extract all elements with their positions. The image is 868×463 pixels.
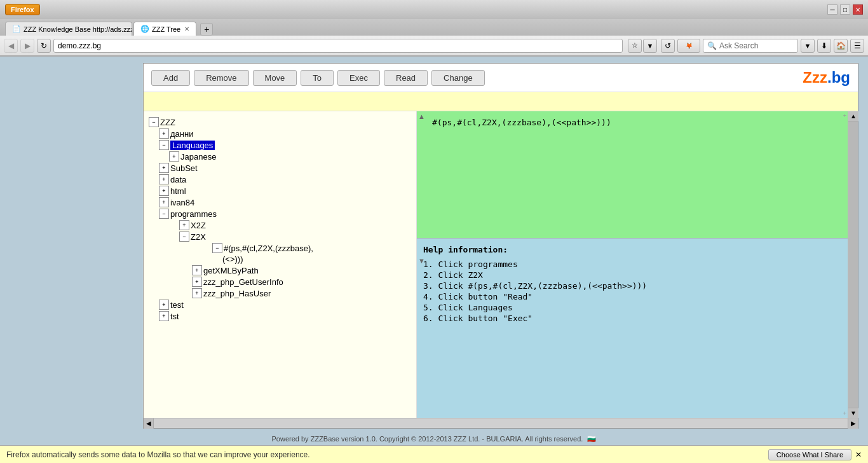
scroll-left-button[interactable]: ◀ — [144, 418, 154, 429]
brand-logo: Zzz.bg — [803, 69, 850, 86]
refresh-button[interactable]: ↻ — [37, 39, 51, 53]
tree-toggle-html[interactable]: + — [159, 186, 169, 196]
main-container: Add Remove Move To Exec Read Change Zzz.… — [143, 63, 858, 429]
tree-toggle-dannie[interactable]: + — [159, 128, 169, 139]
tree-item-ps-func2[interactable]: (<>))) — [149, 254, 411, 265]
tree-item-tst[interactable]: + tst — [149, 310, 411, 322]
tree-label-tst: tst — [170, 312, 179, 321]
tree-toggle-japanese[interactable]: + — [169, 151, 179, 162]
tree-label-html: html — [170, 186, 186, 196]
tab-zzz-knowledge-base[interactable]: 📄 ZZZ Knowledge Base http://ads.zzz.b...… — [5, 22, 132, 36]
tree-item-html[interactable]: + html — [149, 185, 411, 197]
tree-toggle-data[interactable]: + — [159, 174, 169, 184]
tree-item-languages[interactable]: − Languages — [149, 139, 411, 151]
maximize-button[interactable]: □ — [840, 4, 850, 15]
info-bar — [144, 92, 858, 111]
tree-toggle-x2z[interactable]: + — [179, 220, 189, 230]
scroll-up-button[interactable]: ▲ — [848, 111, 858, 121]
footer-text: Powered by ZZZBase version 1.0. Copyrigh… — [272, 435, 583, 443]
help-item-5: 5. Click Languages — [423, 303, 841, 312]
tree-item-x2z[interactable]: + X2Z — [149, 219, 411, 231]
tree-toggle-hasuser[interactable]: + — [192, 288, 202, 298]
download-button[interactable]: ⬇ — [817, 39, 831, 53]
to-button[interactable]: To — [301, 70, 334, 86]
tree-item-zzz[interactable]: − ZZZ — [149, 116, 411, 128]
corner-indicator-top: + — [843, 113, 846, 119]
tree-item-japanese[interactable]: + Japanese — [149, 151, 411, 162]
horizontal-scrollbar[interactable]: ◀ ▶ — [144, 418, 858, 428]
tree-item-data[interactable]: + data — [149, 174, 411, 185]
read-button[interactable]: Read — [384, 70, 428, 86]
tree-item-ps-func[interactable]: − #(ps,#(cl,Z2X,(zzzbase), — [149, 242, 411, 254]
nav-bar: ◀ ▶ ↻ ☆ ▼ ↺ 🦊 🔍 Ask Search ▼ ⬇ 🏠 ☰ — [0, 36, 868, 56]
home-button[interactable]: 🏠 — [834, 39, 848, 53]
remove-button[interactable]: Remove — [194, 70, 248, 86]
vertical-scrollbar[interactable]: ▲ ▼ — [848, 111, 858, 418]
tree-item-programmes[interactable]: − programmes — [149, 208, 411, 219]
scroll-right-button[interactable]: ▶ — [848, 418, 858, 429]
tree-toggle-test[interactable]: + — [159, 300, 169, 310]
help-item-6: 6. Click button "Exec" — [423, 314, 841, 323]
tab-zzz-tree[interactable]: 🌐 ZZZ Tree ✕ — [133, 22, 196, 36]
tree-label-subset: SubSet — [170, 163, 198, 173]
tab-icon-2: 🌐 — [140, 25, 149, 34]
tree-item-getuserinfo[interactable]: + zzz_php_GetUserInfo — [149, 276, 411, 287]
tree-toggle-zzz[interactable]: − — [149, 117, 159, 127]
exec-button[interactable]: Exec — [337, 70, 380, 86]
tree-toggle-ivan84[interactable]: + — [159, 197, 169, 207]
tree-toggle-tst[interactable]: + — [159, 311, 169, 321]
choose-share-button[interactable]: Choose What I Share — [768, 449, 851, 460]
scroll-down-button[interactable]: ▼ — [848, 408, 858, 418]
tree-item-ivan84[interactable]: + ivan84 — [149, 197, 411, 208]
move-button[interactable]: Move — [253, 70, 297, 86]
content-area: − ZZZ + данни − Languages + Japanese — [144, 111, 858, 418]
menu-button[interactable]: ☰ — [850, 39, 864, 53]
search-input-bar[interactable]: 🔍 Ask Search — [703, 39, 798, 53]
help-item-1: 1. Click programmes — [423, 259, 841, 269]
title-bar: Firefox ─ □ ✕ — [0, 0, 868, 19]
tree-item-test[interactable]: + test — [149, 299, 411, 310]
tree-toggle-ps-func[interactable]: − — [212, 243, 222, 253]
bookmark-star-button[interactable]: ☆ — [628, 39, 642, 53]
notification-close-button[interactable]: ✕ — [855, 450, 862, 459]
help-item-3: 3. Click #(ps,#(cl,Z2X,(zzzbase),(<<path… — [423, 281, 841, 291]
tree-label-z2x: Z2X — [191, 232, 206, 242]
tree-item-dannie[interactable]: + данни — [149, 128, 411, 139]
help-item-2: 2. Click Z2X — [423, 270, 841, 280]
tree-item-hasuser[interactable]: + zzz_php_HasUser — [149, 287, 411, 299]
new-tab-button[interactable]: + — [200, 23, 213, 36]
tree-toggle-z2x[interactable]: − — [179, 232, 189, 242]
firefox-menu-button[interactable]: Firefox — [5, 4, 40, 15]
tree-toggle-getxmlbypath[interactable]: + — [192, 265, 202, 275]
notification-bar: Firefox automatically sends some data to… — [0, 445, 868, 463]
forward-button[interactable]: ▶ — [20, 39, 34, 53]
bookmark-arrow-button[interactable]: ▼ — [643, 39, 657, 53]
tree-item-getxmlbypath[interactable]: + getXMLByPath — [149, 265, 411, 276]
tree-label-test: test — [170, 300, 184, 310]
notification-text: Firefox automatically sends some data to… — [6, 450, 310, 459]
tree-toggle-subset[interactable]: + — [159, 163, 169, 173]
help-item-4: 4. Click button "Read" — [423, 292, 841, 301]
tree-label-japanese: Japanese — [180, 152, 216, 162]
close-button[interactable]: ✕ — [853, 4, 863, 15]
persona-button[interactable]: 🦊 — [677, 39, 700, 53]
tree-label-data: data — [170, 175, 186, 184]
tree-item-subset[interactable]: + SubSet — [149, 162, 411, 174]
tree-item-z2x[interactable]: − Z2X — [149, 231, 411, 242]
minimize-button[interactable]: ─ — [827, 4, 837, 15]
change-button[interactable]: Change — [431, 70, 485, 86]
help-title: Help information: — [423, 245, 841, 254]
tree-toggle-languages[interactable]: − — [159, 140, 169, 150]
tree-label-ivan84: ivan84 — [170, 198, 194, 207]
refresh2-button[interactable]: ↺ — [661, 39, 675, 53]
tab-close-2[interactable]: ✕ — [184, 25, 189, 32]
address-bar[interactable] — [53, 39, 623, 53]
back-button[interactable]: ◀ — [4, 39, 18, 53]
search-settings-button[interactable]: ▼ — [801, 39, 815, 53]
tree-label-ps-func: #(ps,#(cl,Z2X,(zzzbase), — [224, 244, 313, 253]
left-spacer — [10, 63, 143, 429]
add-button[interactable]: Add — [151, 70, 190, 86]
tree-toggle-getuserinfo[interactable]: + — [192, 277, 202, 287]
tree-toggle-programmes[interactable]: − — [159, 209, 169, 219]
help-panel: Help information: 1. Click programmes 2.… — [417, 238, 848, 418]
